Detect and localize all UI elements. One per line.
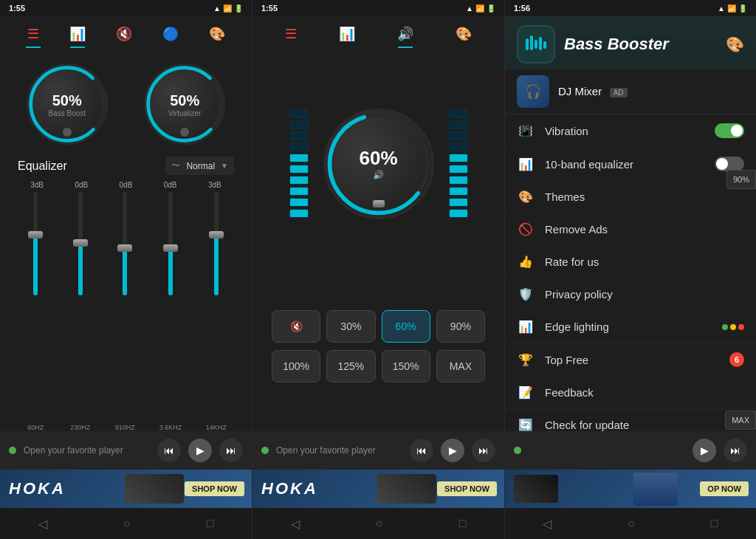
prev-btn-2[interactable]: ⏮ [410,439,433,462]
toggle-vibration-on[interactable] [715,123,744,138]
bottom-nav-2: ◁ ○ □ [252,508,504,539]
ad-cta-2[interactable]: SHOP NOW [437,481,497,496]
next-btn-2[interactable]: ⏭ [472,439,495,462]
eq-track-4 [168,192,173,295]
eq-band-14khz[interactable]: 14KHZ [206,192,227,431]
eq-thumb-4[interactable] [163,244,178,252]
nav-toggle-icon[interactable]: 🔵 [159,23,182,45]
vol-90-btn[interactable]: 90% [436,310,485,343]
menu-ad-row[interactable]: 🎧 DJ Mixer AD [505,69,756,114]
eq-thumb-2[interactable] [73,239,88,247]
battery-icon-2: 🔋 [487,4,495,13]
removeads-label: Remove Ads [545,223,744,236]
virtualizer-dial[interactable]: 50% Virtualizer [144,63,225,145]
eq-db-5: 3dB [208,181,221,189]
eq-band-36khz[interactable]: 3.6KHZ [159,192,182,431]
menu-palette-icon[interactable]: 🎨 [726,35,744,53]
nav-bar-2: ☰ 📊 🔊 🎨 [252,16,504,52]
prev-btn-1[interactable]: ⏮ [157,439,181,462]
virt-percent: 50% [168,92,201,109]
eq-thumb-3[interactable] [117,244,132,252]
left-grid [289,109,309,218]
home-btn-2[interactable]: ○ [361,512,398,535]
nav-volume-icon[interactable]: 🔇 [113,23,135,45]
themes-label: Themes [545,190,744,203]
vol-mute-btn[interactable]: 🔇 [272,310,320,343]
nav-theme-2[interactable]: 🎨 [453,23,475,45]
eq-band-910hz[interactable]: 910HZ [114,192,135,431]
volume-section: 60% 🔊 🔇 30% [252,52,504,431]
nav-menu-icon[interactable]: ☰ [24,23,42,45]
edge-dots [722,324,744,330]
bass-boost-knob[interactable]: 50% Bass Boost [27,63,108,145]
vol-60-btn[interactable]: 60% [382,310,430,343]
menu-item-rate[interactable]: 👍 Rate for us [505,246,756,278]
eq-thumb-1[interactable] [28,231,43,238]
play-btn-2[interactable]: ▶ [441,439,464,462]
next-btn-3[interactable]: ⏭ [724,439,747,462]
vol-btn-row-2: 100% 125% 150% MAX [272,350,485,382]
volume-knob[interactable]: 60% 🔊 [323,109,434,219]
menu-item-privacy[interactable]: 🛡️ Privacy policy [505,278,756,311]
player-bar-2: Open your favorite player ⏮ ▶ ⏭ [252,431,504,470]
ad-app-title: DJ Mixer [558,85,602,97]
back-btn-2[interactable]: ◁ [276,512,315,535]
vol-speaker-icon: 🔊 [359,170,397,180]
vol-125-btn[interactable]: 125% [326,350,375,382]
ad-cta-3[interactable]: OP NOW [700,481,749,496]
menu-item-10band[interactable]: 📊 10-band equalizer [505,148,756,181]
vol-max-btn[interactable]: MAX [436,350,485,382]
eq-hz-2: 230HZ [70,424,90,431]
nav-theme-icon[interactable]: 🎨 [206,23,228,45]
signal-icon-2: 📶 [475,4,484,13]
vibration-toggle[interactable] [715,123,744,138]
eq-db-1: 3dB [30,181,44,189]
ad-banner-3: OP NOW [505,470,756,508]
eq-band-60hz[interactable]: 60HZ [25,192,46,431]
home-btn-3[interactable]: ○ [613,512,650,535]
recents-btn-1[interactable]: □ [192,512,229,535]
play-btn-1[interactable]: ▶ [188,439,212,462]
eq-slider-1[interactable] [25,192,46,421]
menu-item-remove-ads[interactable]: 🚫 Remove Ads [505,213,756,246]
nav-menu-2[interactable]: ☰ [282,23,300,45]
recents-btn-3[interactable]: □ [696,512,733,535]
menu-item-vibration[interactable]: 📳 Vibration [505,114,756,148]
home-btn-1[interactable]: ○ [109,512,145,535]
back-btn-1[interactable]: ◁ [24,512,62,535]
eq-slider-4[interactable] [160,192,181,421]
side-max-label: MAX [725,411,756,430]
eq-hz-1: 60HZ [27,424,44,431]
eq-slider-5[interactable] [206,192,227,421]
back-btn-3[interactable]: ◁ [528,512,566,535]
tenband-toggle[interactable] [715,157,744,171]
vol-30-btn[interactable]: 30% [326,310,375,343]
bass-boost-dial[interactable]: 50% Bass Boost [27,63,108,145]
nav-eq-icon[interactable]: 📊 [66,23,89,45]
knobs-row: 50% Bass Boost 50% Virtualizer [0,52,252,157]
menu-item-edge[interactable]: 📊 Edge lighting [505,311,756,343]
battery-icon-3: 🔋 [738,4,747,13]
eq-fill-4 [168,249,173,295]
eq-slider-2[interactable] [70,192,91,421]
eq-band-230hz[interactable]: 230HZ [70,192,91,431]
menu-item-topfree[interactable]: 🏆 Top Free 6 [505,343,756,377]
vol-100-btn[interactable]: 100% [272,350,320,382]
nav-eq-2[interactable]: 📊 [336,23,358,45]
menu-item-feedback[interactable]: 📝 Feedback [505,377,756,409]
ad-cta-1[interactable]: SHOP NOW [185,481,244,496]
next-btn-1[interactable]: ⏭ [219,439,243,462]
toggle-10band-off[interactable] [715,157,744,171]
vol-150-btn[interactable]: 150% [382,350,430,382]
eq-preset-selector[interactable]: 〜 Normal ▼ [165,157,234,175]
menu-item-update[interactable]: 🔄 Check for update [505,409,756,431]
menu-item-themes[interactable]: 🎨 Themes [505,181,756,213]
eq-slider-3[interactable] [114,192,135,421]
eq-thumb-5[interactable] [209,231,224,238]
eq-track-2 [78,192,83,295]
recents-btn-2[interactable]: □ [444,512,481,535]
nav-vol-2[interactable]: 🔊 [394,23,416,45]
play-btn-3[interactable]: ▶ [693,439,716,462]
dot-yellow-1 [730,324,736,330]
virtualizer-knob[interactable]: 50% Virtualizer [144,63,225,145]
